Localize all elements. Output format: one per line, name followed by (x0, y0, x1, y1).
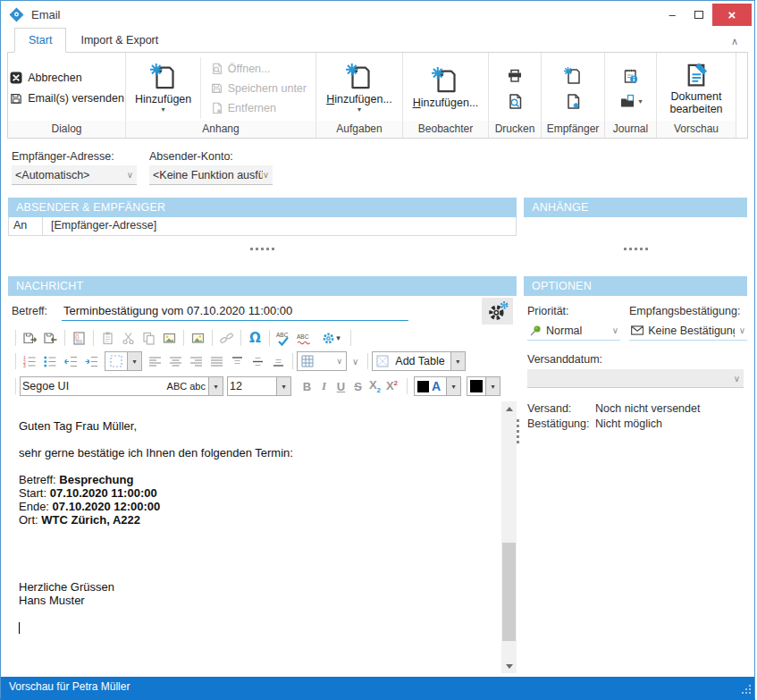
font-preview: ABC abc (167, 381, 208, 392)
ribbon-tabrow: Start Import & Export ∧ (1, 28, 754, 53)
receipt-combobox[interactable]: Keine Bestätigung ∨ (629, 321, 747, 341)
recipient-remove-button[interactable] (564, 92, 582, 110)
tab-start[interactable]: Start (14, 28, 66, 53)
priority-combobox[interactable]: Normal ∨ (527, 321, 620, 341)
horizontal-splitter-handle[interactable] (524, 248, 747, 250)
font-name-combobox[interactable]: Segoe UI ABC abc ▾ (20, 376, 223, 396)
recipient-add-icon (564, 67, 582, 85)
attachment-open-label: Öffnen... (228, 63, 271, 75)
autocorrect-button[interactable]: ABC (295, 329, 314, 348)
message-body[interactable]: Guten Tag Frau Müller, sehr gerne bestät… (8, 401, 501, 673)
email-window: Email – × Start Import & Export ∧ Abbrec… (0, 0, 755, 700)
import-message-button[interactable] (41, 329, 60, 348)
indent-icon (84, 354, 99, 369)
editor-settings-button[interactable]: ▾ (315, 329, 346, 348)
highlight-color-combobox[interactable]: ▾ (467, 376, 500, 396)
print-button[interactable] (506, 67, 524, 85)
editor-scrollbar[interactable] (501, 401, 517, 673)
send-status: Versand: Noch nicht versendet Bestätigun… (524, 388, 747, 430)
dropdown-arrow-icon: ▾ (127, 352, 141, 370)
numbered-list-button[interactable]: 123 (21, 352, 39, 371)
send-emails-button[interactable]: Email(s) versenden (9, 91, 124, 105)
cancel-label: Abbrechen (28, 72, 81, 84)
italic-button: I (315, 379, 332, 393)
close-button[interactable]: × (712, 4, 752, 26)
send-date-combobox[interactable]: ∨ (527, 369, 744, 388)
insert-image-file-button[interactable] (189, 329, 207, 348)
to-row[interactable]: An [Empfänger-Adresse] (8, 217, 517, 236)
table-menu-chevron[interactable]: ∨ (347, 357, 364, 367)
message-editor[interactable]: Guten Tag Frau Müller, sehr gerne bestät… (8, 401, 517, 673)
tab-import-export-label: Import & Export (80, 34, 158, 46)
to-label: An (9, 217, 43, 235)
recipient-add-button[interactable] (564, 67, 582, 85)
insert-placeholder-button[interactable]: {} (70, 329, 88, 348)
font-color-combobox[interactable]: A ▾ (414, 376, 461, 396)
maximize-button[interactable] (686, 3, 712, 26)
align-right-icon (189, 354, 204, 369)
edit-document-button[interactable]: Dokument bearbeiten (657, 60, 736, 117)
recipient-address-label: Empfänger-Adresse: (12, 150, 137, 163)
image-icon (162, 331, 177, 346)
group-label-dialog: Dialog (8, 121, 125, 138)
horizontal-splitter-handle[interactable] (8, 248, 517, 250)
priority-pin-icon (529, 325, 542, 337)
tab-import-export[interactable]: Import & Export (66, 28, 172, 53)
scroll-down-button[interactable] (501, 659, 517, 673)
sent-value: Noch nicht versendet (595, 402, 744, 415)
chevron-down-icon: ∨ (734, 374, 740, 384)
bullet-list-button[interactable] (41, 352, 60, 371)
priority-label: Priorität: (527, 305, 620, 317)
journal-info-button[interactable] (621, 67, 639, 85)
chevron-down-icon: ∨ (739, 325, 745, 335)
attachment-add-label: Hinzufügen (135, 93, 191, 105)
minimize-button[interactable]: – (659, 3, 686, 26)
align-center-button[interactable] (166, 352, 185, 371)
attachments-header: ANHÄNGE (524, 198, 747, 217)
body-signature: Hans Muster (19, 594, 492, 607)
sender-account-combobox[interactable]: <Keine Funktion ausfül ∨ (149, 165, 273, 185)
group-separator (736, 53, 736, 138)
scroll-up-button[interactable] (501, 401, 517, 416)
attachment-add-button[interactable]: Hinzufügen ▾ (130, 62, 197, 114)
decrease-indent-button[interactable] (62, 352, 80, 371)
special-character-button[interactable]: Ω (246, 329, 265, 348)
send-date-label: Versanddatum: (524, 341, 747, 369)
valign-middle-button[interactable] (248, 352, 267, 371)
scissors-icon (121, 331, 136, 346)
recipient-address-combobox[interactable]: <Automatisch> ∨ (12, 165, 137, 185)
resize-grip[interactable] (742, 685, 752, 695)
scrollbar-thumb[interactable] (502, 543, 516, 640)
print-preview-button[interactable] (506, 92, 524, 110)
increase-indent-button[interactable] (82, 352, 101, 371)
add-table-combobox[interactable]: Add Table ▾ (372, 351, 465, 371)
task-add-button[interactable]: Hinzufügen... ▾ (321, 62, 398, 114)
cancel-button[interactable]: Abbrechen (9, 71, 124, 85)
align-right-button[interactable] (187, 352, 206, 371)
vertical-splitter-handle[interactable] (517, 419, 519, 443)
image-file-icon (190, 331, 206, 346)
open-icon (210, 62, 223, 75)
insert-image-button[interactable] (160, 329, 179, 348)
subject-input[interactable]: Terminbestätigung vom 07.10.2020 11:00:0… (62, 302, 408, 321)
journal-folder-button[interactable]: ▾ (618, 92, 642, 110)
sender-account-label: Absender-Konto: (149, 150, 273, 163)
font-name-value: Segoe UI (21, 380, 69, 392)
message-settings-button[interactable] (482, 298, 513, 325)
spellcheck-button[interactable]: ABC (274, 329, 293, 348)
gear-small-icon (321, 331, 336, 346)
valign-top-button[interactable] (228, 352, 247, 371)
group-label-journal: Journal (605, 121, 656, 138)
link-icon (219, 331, 234, 346)
ribbon-collapse-button[interactable]: ∧ (731, 36, 738, 47)
font-size-combobox[interactable]: 12 ▾ (227, 376, 291, 396)
export-message-button[interactable] (21, 329, 39, 348)
justify-button[interactable] (207, 352, 226, 371)
align-left-button[interactable] (146, 352, 164, 371)
border-style-combobox[interactable]: ▾ (105, 351, 142, 371)
minimize-icon: – (669, 8, 675, 21)
table-grid-combobox[interactable]: ∨ (297, 351, 347, 371)
watcher-add-button[interactable]: Hinzufügen... (408, 65, 484, 111)
valign-bottom-button[interactable] (269, 352, 288, 371)
editor-toolbar-clipboard: {} Ω ABC ABC ▾ (8, 326, 517, 350)
